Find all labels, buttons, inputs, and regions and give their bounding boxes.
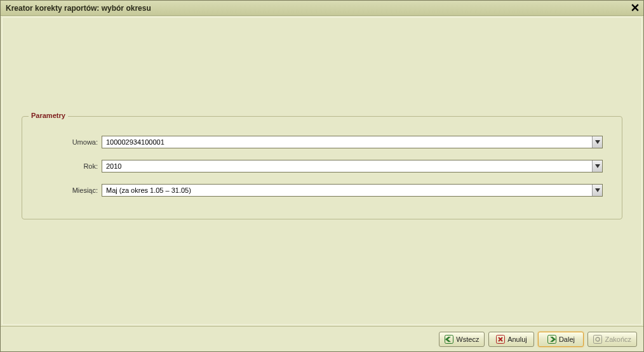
rok-value: 2010 — [102, 160, 592, 172]
dropdown-arrow-icon[interactable] — [592, 136, 602, 148]
dropdown-arrow-icon[interactable] — [592, 185, 602, 196]
finish-icon — [593, 335, 602, 344]
cancel-label: Anuluj — [507, 336, 527, 343]
cancel-icon — [496, 335, 505, 344]
close-button[interactable] — [629, 3, 641, 14]
close-icon — [631, 3, 639, 13]
finish-button: Zakończ — [587, 332, 637, 347]
window-title: Kreator korekty raportów: wybór okresu — [6, 4, 151, 13]
content-area: Parametry Umowa: 100002934100001 Rok: 20… — [2, 17, 642, 325]
next-label: Dalej — [559, 336, 575, 343]
umowa-row: Umowa: 100002934100001 — [41, 136, 603, 148]
rok-select[interactable]: 2010 — [102, 160, 603, 173]
umowa-value: 100002934100001 — [102, 136, 592, 148]
miesiac-label: Miesiąc: — [41, 186, 102, 194]
miesiac-select[interactable]: Maj (za okres 1.05 – 31.05) — [102, 184, 603, 197]
next-icon — [547, 335, 556, 344]
fieldset-legend: Parametry — [29, 112, 68, 119]
back-icon — [445, 335, 453, 344]
titlebar: Kreator korekty raportów: wybór okresu — [1, 1, 643, 16]
wizard-window: Kreator korekty raportów: wybór okresu P… — [0, 0, 644, 352]
next-button[interactable]: Dalej — [538, 332, 584, 347]
miesiac-row: Miesiąc: Maj (za okres 1.05 – 31.05) — [41, 184, 603, 197]
finish-label: Zakończ — [605, 336, 631, 343]
rok-row: Rok: 2010 — [41, 160, 603, 173]
rok-label: Rok: — [41, 162, 102, 170]
back-button[interactable]: Wstecz — [439, 332, 485, 347]
umowa-select[interactable]: 100002934100001 — [102, 136, 603, 148]
svg-rect-3 — [594, 335, 602, 343]
back-label: Wstecz — [456, 336, 479, 343]
dropdown-arrow-icon[interactable] — [592, 160, 602, 172]
umowa-label: Umowa: — [41, 138, 102, 146]
cancel-button[interactable]: Anuluj — [488, 332, 534, 347]
svg-point-4 — [596, 337, 600, 341]
miesiac-value: Maj (za okres 1.05 – 31.05) — [102, 185, 592, 196]
parameters-fieldset: Parametry Umowa: 100002934100001 Rok: 20… — [22, 116, 622, 219]
footer-buttons: Wstecz Anuluj Dalej Zakończ — [1, 326, 643, 351]
